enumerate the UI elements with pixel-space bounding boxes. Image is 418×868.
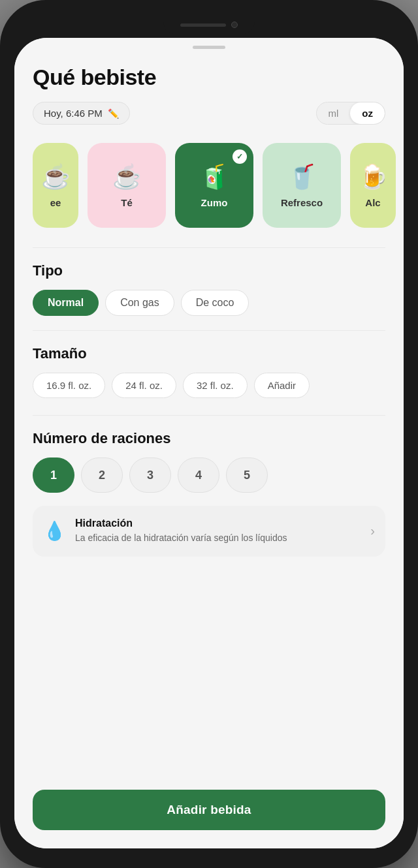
notch-area xyxy=(14,12,404,38)
hydration-icon: 💧 xyxy=(43,520,66,542)
tipo-section-title: Tipo xyxy=(33,262,385,279)
raciones-4-pill[interactable]: 4 xyxy=(178,457,219,493)
category-label-alcohol: Alc xyxy=(365,197,380,208)
raciones-3-pill[interactable]: 3 xyxy=(129,457,171,493)
unit-oz-button[interactable]: oz xyxy=(350,102,385,124)
soda-icon: 🥤 xyxy=(287,163,317,191)
coffee-icon: ☕ xyxy=(41,163,71,191)
hydration-title: Hidratación xyxy=(75,518,361,529)
tamano-section: Tamaño 16.9 fl. oz. 24 fl. oz. 32 fl. oz… xyxy=(33,345,385,401)
raciones-2-pill[interactable]: 2 xyxy=(81,457,123,493)
divider-3 xyxy=(33,415,385,416)
hydration-text: Hidratación La eficacia de la hidratació… xyxy=(75,518,361,545)
tamano-section-title: Tamaño xyxy=(33,345,385,362)
phone-frame: Qué bebiste Hoy, 6:46 PM ✏️ ml oz xyxy=(0,0,418,868)
number-pills-row: 1 2 3 4 5 xyxy=(33,457,385,493)
category-card-juice[interactable]: 🧃 Zumo xyxy=(175,143,253,228)
raciones-section-title: Número de raciones xyxy=(33,430,385,447)
categories-scroll: ☕ ee ☕ Té 🧃 Zumo xyxy=(14,143,404,233)
screen-inner: Qué bebiste Hoy, 6:46 PM ✏️ ml oz xyxy=(14,38,404,779)
category-card-alcohol[interactable]: 🍺 Alc xyxy=(350,143,396,228)
tipo-pills-row: Normal Con gas De coco xyxy=(33,290,385,316)
notch-camera xyxy=(231,22,238,28)
category-card-coffee[interactable]: ☕ ee xyxy=(33,143,78,228)
tipo-section: Tipo Normal Con gas De coco xyxy=(33,262,385,316)
tipo-congas-pill[interactable]: Con gas xyxy=(105,290,174,316)
check-badge xyxy=(233,149,247,164)
main-content: Qué bebiste Hoy, 6:46 PM ✏️ ml oz xyxy=(14,49,404,570)
category-card-tea[interactable]: ☕ Té xyxy=(88,143,166,228)
hydration-description: La eficacia de la hidratación varía segú… xyxy=(75,532,361,545)
notch xyxy=(163,16,255,34)
page-title: Qué bebiste xyxy=(33,65,385,90)
divider-1 xyxy=(33,247,385,248)
size-32-pill[interactable]: 32 fl. oz. xyxy=(183,373,248,398)
size-169-pill[interactable]: 16.9 fl. oz. xyxy=(33,373,105,398)
divider-2 xyxy=(33,330,385,331)
date-badge[interactable]: Hoy, 6:46 PM ✏️ xyxy=(33,102,130,125)
screen: Qué bebiste Hoy, 6:46 PM ✏️ ml oz xyxy=(14,38,404,848)
category-label-tea: Té xyxy=(121,197,133,208)
category-card-soda[interactable]: 🥤 Refresco xyxy=(263,143,341,228)
unit-toggle: ml oz xyxy=(316,102,386,125)
add-button-container: Añadir bebida xyxy=(14,779,404,848)
tipo-decoco-pill[interactable]: De coco xyxy=(181,290,249,316)
category-label-coffee: ee xyxy=(50,197,61,208)
raciones-5-pill[interactable]: 5 xyxy=(226,457,268,493)
size-24-pill[interactable]: 24 fl. oz. xyxy=(112,373,176,398)
add-beverage-button[interactable]: Añadir bebida xyxy=(33,790,385,830)
raciones-1-pill[interactable]: 1 xyxy=(33,457,74,493)
hydration-card[interactable]: 💧 Hidratación La eficacia de la hidratac… xyxy=(33,506,385,557)
alcohol-icon: 🍺 xyxy=(359,163,388,191)
unit-ml-button[interactable]: ml xyxy=(317,102,351,124)
chevron-right-icon: › xyxy=(370,523,375,538)
edit-icon[interactable]: ✏️ xyxy=(108,108,119,119)
category-label-soda: Refresco xyxy=(281,197,323,208)
size-add-pill[interactable]: Añadir xyxy=(254,373,310,398)
category-label-juice: Zumo xyxy=(201,197,228,208)
raciones-section: Número de raciones 1 2 3 4 5 xyxy=(33,430,385,493)
top-row: Hoy, 6:46 PM ✏️ ml oz xyxy=(33,102,385,125)
date-label: Hoy, 6:46 PM xyxy=(44,108,103,119)
tea-icon: ☕ xyxy=(112,163,142,191)
juice-icon: 🧃 xyxy=(200,163,229,191)
size-pills-row: 16.9 fl. oz. 24 fl. oz. 32 fl. oz. Añadi… xyxy=(33,373,385,401)
notch-bar xyxy=(180,23,226,27)
tipo-normal-pill[interactable]: Normal xyxy=(33,290,99,316)
